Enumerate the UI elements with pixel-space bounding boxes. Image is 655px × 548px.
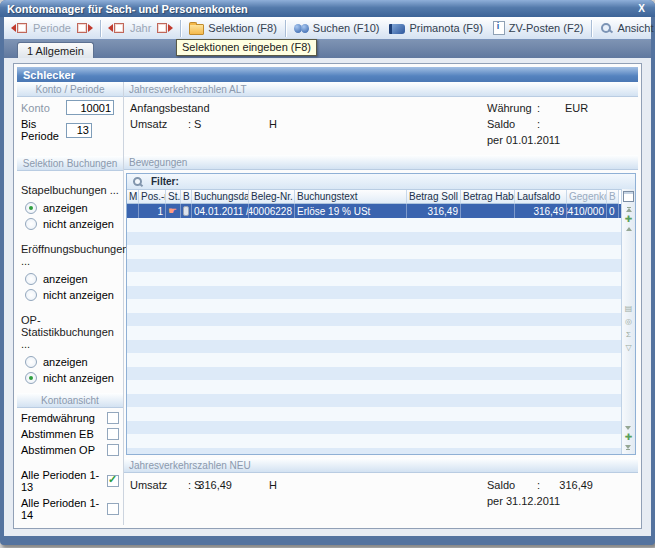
section-header-jvz-alt: Jahresverkehrszahlen ALT	[124, 82, 638, 97]
table-empty-row	[127, 232, 635, 246]
stapelbuchungen-label: Stapelbuchungen ...	[21, 184, 119, 196]
sum-icon[interactable]: Σ	[626, 331, 631, 339]
ansicht-button[interactable]: Ansicht	[595, 20, 655, 36]
scroll-up-button[interactable]	[626, 227, 632, 231]
table-empty-row	[127, 259, 635, 273]
arrow-right-icon	[168, 24, 173, 32]
jahr-next-button[interactable]	[156, 22, 174, 34]
filter-funnel-icon[interactable]: ▽	[625, 344, 631, 352]
table-empty-row	[127, 286, 635, 300]
check-row: Abstimmen EB	[21, 428, 119, 440]
section-header-bewegungen: Bewegungen	[124, 155, 638, 170]
column-chooser-button[interactable]	[623, 191, 634, 202]
radio-op-anzeigen[interactable]	[25, 356, 37, 368]
alle-perioden-14-checkbox[interactable]	[107, 503, 119, 515]
scroll-end-button[interactable]	[625, 445, 631, 449]
anfangsbestand-label: Anfangsbestand	[130, 102, 210, 114]
abstimmen-eb-checkbox[interactable]	[107, 428, 119, 440]
section-header-kontoansicht: Kontoansicht	[17, 393, 123, 408]
cell-pos-nr: 1	[139, 204, 166, 218]
radio-label: anzeigen	[43, 202, 88, 214]
table-empty-row	[127, 407, 635, 421]
jvz-neu-block: Umsatz : S 316,49 H Saldo : 316,49 per 3…	[124, 473, 638, 525]
saldo-alt-label: Saldo	[487, 118, 515, 130]
layout-grid-icon[interactable]: ▤	[625, 305, 633, 313]
table-empty-row	[127, 326, 635, 340]
table-empty-row	[127, 299, 635, 313]
bis-periode-label: Bis Periode	[21, 118, 66, 142]
fremdwaehrung-checkbox[interactable]	[107, 412, 119, 424]
col-header-b2[interactable]: B	[607, 190, 619, 204]
jahr-prev-button[interactable]	[107, 22, 125, 34]
cell-betrag-soll: 316,49	[407, 204, 461, 218]
radio-op-nicht-anzeigen[interactable]	[25, 372, 37, 384]
konto-input[interactable]	[66, 100, 114, 115]
bewegungen-grid: Filter: M Pos.-nr St. B Buchungsdatum▲ B…	[126, 173, 636, 455]
col-header-b[interactable]: B	[181, 190, 192, 204]
waehrung-value: EUR	[565, 102, 588, 114]
saldo-alt-colon: :	[537, 118, 540, 130]
col-header-pos-nr[interactable]: Pos.-nr	[139, 190, 166, 204]
left-panel: Konto / Periode Konto Bis Periode Selekt…	[17, 82, 124, 525]
scroll-bottom-group: ✚	[625, 424, 633, 454]
cell-m	[127, 204, 139, 218]
col-header-buchungstext[interactable]: Buchungstext	[295, 190, 407, 204]
suchen-button[interactable]: Suchen (F10)	[289, 20, 385, 36]
radio-label: nicht anzeigen	[43, 289, 114, 301]
radio-eroeffnung-anzeigen[interactable]	[25, 273, 37, 285]
table-empty-row	[127, 340, 635, 354]
col-header-gegenkonto[interactable]: Gegenkonto	[567, 190, 607, 204]
grid-filter-row[interactable]: Filter:	[127, 174, 635, 190]
primanota-button[interactable]: Primanota (F9)	[384, 20, 487, 36]
umsatz-alt-haben-prefix: H	[269, 118, 277, 130]
table-empty-row	[127, 434, 635, 448]
check-row: Alle Perioden 1-14	[21, 497, 119, 521]
col-header-beleg-nr[interactable]: Beleg-Nr.	[249, 190, 295, 204]
radio-stapel-anzeigen[interactable]	[25, 202, 37, 214]
radio-label: nicht anzeigen	[43, 218, 114, 230]
scroll-page-down-button[interactable]: ✚	[625, 433, 633, 442]
toolbar-separator	[591, 20, 592, 37]
tab-allgemein-label: 1 Allgemein	[27, 45, 84, 57]
folder-icon	[189, 24, 204, 35]
scroll-page-up-button[interactable]: ✚	[625, 215, 633, 224]
scroll-down-button[interactable]	[625, 426, 631, 430]
col-header-buchungsdatum[interactable]: Buchungsdatum▲	[192, 190, 249, 204]
zv-posten-label: ZV-Posten (F2)	[509, 22, 584, 34]
page-icon	[114, 23, 124, 33]
abstimmen-eb-label: Abstimmen EB	[21, 428, 94, 440]
cell-laufsaldo: 316,49	[515, 204, 567, 218]
col-header-laufsaldo[interactable]: Laufsaldo	[515, 190, 567, 204]
periode-next-button[interactable]	[76, 22, 94, 34]
table-row-selected[interactable]: 1 ☛ 04.01.2011 /Di 40006228 Erlöse 19 % …	[127, 204, 635, 218]
toolbar-separator	[100, 20, 101, 37]
book-icon	[389, 24, 405, 34]
right-panel: Jahresverkehrszahlen ALT Anfangsbestand …	[124, 82, 638, 525]
col-header-betrag-soll[interactable]: Betrag Soll	[407, 190, 461, 204]
eroeffnungsbuchungen-label: Eröffnungsbuchungen ...	[21, 243, 119, 267]
tab-allgemein[interactable]: 1 Allgemein	[17, 42, 94, 58]
zv-posten-button[interactable]: ZV-Posten (F2)	[488, 19, 589, 37]
bis-periode-field-row: Bis Periode	[21, 118, 122, 142]
selektion-button[interactable]: Selektion (F8)	[184, 19, 281, 37]
table-empty-row	[127, 218, 635, 232]
table-empty-rows	[127, 218, 635, 454]
scroll-top-button[interactable]	[626, 208, 632, 212]
radio-stapel-nicht-anzeigen[interactable]	[25, 218, 37, 230]
cell-gegenkonto: 8410/000	[567, 204, 607, 218]
col-header-m[interactable]: M	[127, 190, 139, 204]
cell-buchungsdatum: 04.01.2011 /Di	[192, 204, 249, 218]
bis-periode-input[interactable]	[66, 123, 92, 138]
table-empty-row	[127, 380, 635, 394]
alle-perioden-13-checkbox[interactable]	[107, 475, 119, 487]
periode-prev-button[interactable]	[10, 22, 28, 34]
radio-eroeffnung-nicht-anzeigen[interactable]	[25, 289, 37, 301]
umsatz-neu-label: Umsatz	[130, 479, 167, 491]
col-header-betrag-haben[interactable]: Betrag Haben	[461, 190, 515, 204]
close-button[interactable]: X	[635, 3, 648, 14]
alle-perioden-14-label: Alle Perioden 1-14	[21, 497, 107, 521]
search-icon[interactable]: ◎	[625, 318, 632, 326]
abstimmen-op-checkbox[interactable]	[107, 444, 119, 456]
col-header-st[interactable]: St.	[166, 190, 181, 204]
toolbar: Periode Jahr Selektion (F8) Suchen (F10)…	[4, 17, 651, 40]
